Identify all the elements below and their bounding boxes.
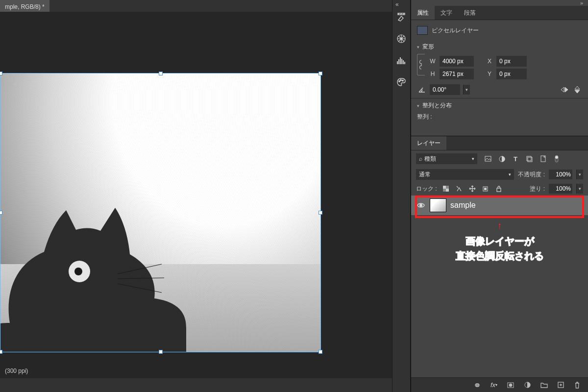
align-label: 整列 : [417, 113, 432, 121]
y-label: Y [486, 71, 493, 77]
svg-point-12 [402, 80, 403, 81]
annotation-line1: 画像レイヤーが [411, 234, 588, 248]
layer-effects-icon[interactable]: fx▾ [489, 380, 499, 390]
layer-filter-kind[interactable]: ⌕ 種類 ▾ [416, 153, 477, 164]
x-field[interactable] [496, 56, 527, 67]
search-icon: ⌕ [419, 155, 422, 162]
layer-type-label: ピクセルレイヤー [432, 26, 479, 35]
w-label: W [429, 58, 437, 65]
tab-layers[interactable]: レイヤー [411, 136, 446, 150]
svg-rect-7 [401, 59, 402, 64]
layer-name[interactable]: sample [450, 201, 476, 210]
svg-rect-25 [497, 188, 501, 192]
layer-visibility-icon[interactable] [416, 200, 426, 210]
link-layers-icon[interactable] [472, 380, 482, 390]
canvas-area[interactable]: (300 ppi) [0, 12, 392, 378]
tab-paragraph[interactable]: 段落 [458, 6, 482, 20]
angle-field[interactable] [430, 84, 460, 95]
collapse-panels-icon[interactable]: » [411, 0, 588, 6]
filter-toggle-switch[interactable] [552, 154, 562, 164]
y-field[interactable] [496, 69, 527, 79]
transform-section-header[interactable]: 変形 [417, 43, 582, 51]
link-wh-icon[interactable] [417, 54, 425, 75]
histogram-icon[interactable] [396, 55, 407, 66]
flip-vertical-icon[interactable] [572, 85, 582, 95]
h-label: H [429, 71, 437, 77]
layer-filter-label: 種類 [424, 155, 436, 163]
lock-label: ロック : [416, 185, 437, 193]
lock-all-icon[interactable] [494, 184, 504, 194]
document-tab[interactable]: mple, RGB/8) * [0, 0, 53, 12]
new-group-icon[interactable] [539, 380, 549, 390]
pixel-layer-icon [417, 26, 428, 35]
svg-rect-15 [528, 157, 532, 162]
document-tab-title: mple, RGB/8) * [5, 3, 45, 10]
lock-position-icon[interactable] [467, 184, 477, 194]
lock-row: ロック : 塗り : ▾ [411, 182, 588, 196]
transform-bounds[interactable] [0, 73, 321, 352]
lock-image-icon[interactable] [454, 184, 464, 194]
transform-handle-mr[interactable] [318, 211, 322, 215]
layers-footer: fx▾ [411, 377, 588, 392]
svg-rect-8 [403, 60, 404, 64]
transform-handle-bl[interactable] [0, 350, 2, 354]
transform-handle-bc[interactable] [159, 350, 163, 354]
opacity-dropdown[interactable]: ▾ [576, 170, 583, 179]
height-field[interactable] [440, 69, 474, 79]
svg-rect-21 [443, 186, 446, 189]
angle-icon [417, 85, 427, 95]
transform-handle-tc[interactable] [159, 72, 163, 75]
lock-artboard-icon[interactable] [481, 184, 490, 194]
fill-dropdown[interactable]: ▾ [576, 184, 583, 194]
flip-horizontal-icon[interactable] [560, 85, 569, 95]
svg-rect-16 [527, 156, 531, 161]
transform-section-title: 変形 [422, 43, 434, 51]
annotation-line2: 直接色調反転される [411, 248, 588, 263]
layer-type-indicator: ピクセルレイヤー [417, 24, 582, 40]
transform-handle-tr[interactable] [318, 72, 322, 75]
svg-point-11 [400, 79, 401, 80]
svg-point-28 [509, 384, 512, 387]
width-field[interactable] [440, 56, 474, 67]
layer-row[interactable]: sample [411, 196, 588, 215]
svg-rect-9 [404, 62, 405, 64]
blend-mode-row: 通常 ▾ 不透明度 : ▾ [411, 167, 588, 182]
fill-label: 塗り : [530, 185, 545, 193]
opacity-field[interactable] [549, 170, 572, 179]
svg-rect-22 [446, 189, 449, 192]
new-layer-icon[interactable] [556, 380, 565, 390]
filter-smartobject-icon[interactable] [538, 154, 548, 164]
transform-handle-br[interactable] [318, 350, 322, 354]
filter-shape-icon[interactable] [524, 154, 534, 164]
fill-field[interactable] [549, 184, 572, 194]
annotation-arrow-icon: ↑ [497, 220, 502, 231]
opacity-label: 不透明度 : [518, 171, 545, 179]
blend-mode-select[interactable]: 通常 ▾ [416, 169, 514, 180]
layer-list[interactable]: sample ↑ 画像レイヤーが 直接色調反転される [411, 196, 588, 377]
tab-character[interactable]: 文字 [435, 6, 458, 20]
transform-handle-ml[interactable] [0, 211, 2, 215]
navigator-wheel-icon[interactable] [396, 33, 407, 44]
layer-thumbnail[interactable] [430, 198, 446, 212]
add-mask-icon[interactable] [506, 380, 515, 390]
expand-strip-icon[interactable]: « [395, 1, 399, 8]
filter-type-icon[interactable]: T [511, 154, 520, 164]
svg-rect-5 [398, 59, 399, 64]
right-panel-column: » 属性 文字 段落 ピクセルレイヤー 変形 W [411, 0, 588, 392]
layers-panel: レイヤー ⌕ 種類 ▾ T 通常 ▾ 不透明度 : [411, 136, 588, 392]
align-section-header[interactable]: 整列と分布 [417, 101, 582, 110]
tab-attributes[interactable]: 属性 [411, 6, 435, 20]
delete-layer-icon[interactable] [572, 380, 582, 390]
layers-filter-row: ⌕ 種類 ▾ T [411, 150, 588, 167]
properties-panel: 属性 文字 段落 ピクセルレイヤー 変形 W [411, 6, 588, 136]
filter-pixel-icon[interactable] [483, 154, 493, 164]
svg-point-19 [555, 156, 558, 159]
transform-handle-tl[interactable] [0, 72, 2, 75]
angle-dropdown[interactable]: ▾ [463, 85, 470, 95]
new-adjustment-layer-icon[interactable] [522, 380, 532, 390]
lock-transparency-icon[interactable] [441, 184, 451, 194]
annotation-text: 画像レイヤーが 直接色調反転される [411, 234, 588, 263]
filter-adjustment-icon[interactable] [497, 154, 507, 164]
brush-settings-icon[interactable] [396, 12, 407, 23]
swatches-palette-icon[interactable] [396, 76, 407, 87]
